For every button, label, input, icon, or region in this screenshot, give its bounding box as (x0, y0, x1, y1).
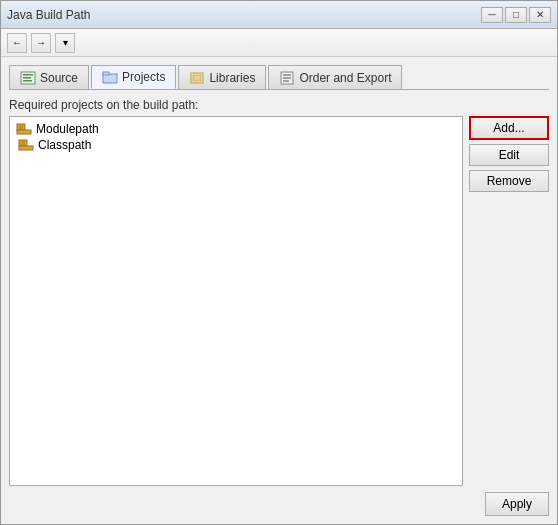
svg-rect-3 (23, 80, 32, 82)
svg-rect-2 (23, 77, 31, 79)
svg-rect-12 (17, 124, 25, 130)
edit-button[interactable]: Edit (469, 144, 549, 166)
svg-rect-1 (23, 74, 33, 76)
build-path-label: Required projects on the build path: (9, 98, 549, 112)
tab-projects-label: Projects (122, 70, 165, 84)
tree-panel: Modulepath Classpath (9, 116, 463, 486)
svg-rect-13 (17, 130, 31, 134)
svg-rect-17 (19, 146, 33, 150)
tree-item-classpath[interactable]: Classpath (14, 137, 458, 153)
dropdown-button[interactable]: ▾ (55, 33, 75, 53)
back-button[interactable]: ← (7, 33, 27, 53)
main-content: Source Projects Librarie (1, 57, 557, 524)
toolbar: ← → ▾ (1, 29, 557, 57)
tab-source[interactable]: Source (9, 65, 89, 89)
forward-button[interactable]: → (31, 33, 51, 53)
title-bar: Java Build Path ─ □ ✕ (1, 1, 557, 29)
bottom-buttons: Apply (9, 486, 549, 516)
tab-order-export[interactable]: Order and Export (268, 65, 402, 89)
tab-order-label: Order and Export (299, 71, 391, 85)
svg-rect-7 (193, 75, 201, 81)
close-button[interactable]: ✕ (529, 7, 551, 23)
classpath-icon (18, 138, 34, 152)
source-tab-icon (20, 71, 36, 85)
modulepath-icon (16, 122, 32, 136)
svg-rect-16 (19, 140, 27, 146)
side-buttons: Add... Edit Remove (469, 116, 549, 486)
apply-button[interactable]: Apply (485, 492, 549, 516)
main-window: Java Build Path ─ □ ✕ ← → ▾ (0, 0, 558, 525)
window-title: Java Build Path (7, 8, 90, 22)
order-tab-icon (279, 71, 295, 85)
tab-projects[interactable]: Projects (91, 65, 176, 89)
tab-libraries[interactable]: Libraries (178, 65, 266, 89)
projects-tab-icon (102, 70, 118, 84)
build-path-area: Modulepath Classpath Add... Edit R (9, 116, 549, 486)
tab-source-label: Source (40, 71, 78, 85)
add-button[interactable]: Add... (469, 116, 549, 140)
classpath-label: Classpath (38, 138, 91, 152)
minimize-button[interactable]: ─ (481, 7, 503, 23)
tab-libraries-label: Libraries (209, 71, 255, 85)
title-bar-controls: ─ □ ✕ (481, 7, 551, 23)
libraries-tab-icon (189, 71, 205, 85)
svg-rect-5 (103, 72, 109, 75)
maximize-button[interactable]: □ (505, 7, 527, 23)
tabs-bar: Source Projects Librarie (9, 65, 549, 90)
modulepath-label: Modulepath (36, 122, 99, 136)
tree-item-modulepath[interactable]: Modulepath (14, 121, 458, 137)
remove-button[interactable]: Remove (469, 170, 549, 192)
